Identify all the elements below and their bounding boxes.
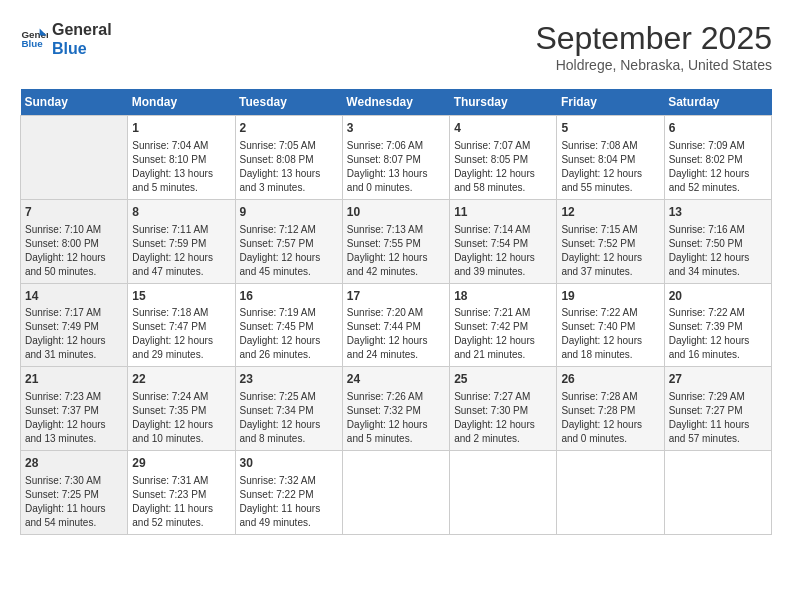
calendar-cell: 15Sunrise: 7:18 AM Sunset: 7:47 PM Dayli…	[128, 283, 235, 367]
calendar-cell: 13Sunrise: 7:16 AM Sunset: 7:50 PM Dayli…	[664, 199, 771, 283]
day-info: Sunrise: 7:31 AM Sunset: 7:23 PM Dayligh…	[132, 474, 230, 530]
weekday-header-tuesday: Tuesday	[235, 89, 342, 116]
day-number: 7	[25, 204, 123, 221]
calendar-cell	[342, 451, 449, 535]
day-number: 12	[561, 204, 659, 221]
day-number: 3	[347, 120, 445, 137]
day-info: Sunrise: 7:13 AM Sunset: 7:55 PM Dayligh…	[347, 223, 445, 279]
weekday-header-saturday: Saturday	[664, 89, 771, 116]
day-info: Sunrise: 7:16 AM Sunset: 7:50 PM Dayligh…	[669, 223, 767, 279]
day-info: Sunrise: 7:09 AM Sunset: 8:02 PM Dayligh…	[669, 139, 767, 195]
day-info: Sunrise: 7:22 AM Sunset: 7:39 PM Dayligh…	[669, 306, 767, 362]
day-number: 4	[454, 120, 552, 137]
logo-general: General	[52, 20, 112, 39]
day-number: 27	[669, 371, 767, 388]
day-number: 18	[454, 288, 552, 305]
weekday-header-thursday: Thursday	[450, 89, 557, 116]
page-header: General Blue General Blue September 2025…	[20, 20, 772, 73]
day-number: 20	[669, 288, 767, 305]
day-info: Sunrise: 7:29 AM Sunset: 7:27 PM Dayligh…	[669, 390, 767, 446]
week-row-1: 1Sunrise: 7:04 AM Sunset: 8:10 PM Daylig…	[21, 116, 772, 200]
calendar-cell: 25Sunrise: 7:27 AM Sunset: 7:30 PM Dayli…	[450, 367, 557, 451]
day-info: Sunrise: 7:05 AM Sunset: 8:08 PM Dayligh…	[240, 139, 338, 195]
calendar-cell: 22Sunrise: 7:24 AM Sunset: 7:35 PM Dayli…	[128, 367, 235, 451]
day-number: 26	[561, 371, 659, 388]
weekday-header-wednesday: Wednesday	[342, 89, 449, 116]
calendar-cell: 18Sunrise: 7:21 AM Sunset: 7:42 PM Dayli…	[450, 283, 557, 367]
calendar-cell	[450, 451, 557, 535]
calendar-cell: 11Sunrise: 7:14 AM Sunset: 7:54 PM Dayli…	[450, 199, 557, 283]
logo-blue: Blue	[52, 39, 112, 58]
day-info: Sunrise: 7:32 AM Sunset: 7:22 PM Dayligh…	[240, 474, 338, 530]
day-info: Sunrise: 7:06 AM Sunset: 8:07 PM Dayligh…	[347, 139, 445, 195]
calendar-cell: 23Sunrise: 7:25 AM Sunset: 7:34 PM Dayli…	[235, 367, 342, 451]
svg-text:Blue: Blue	[21, 39, 43, 50]
calendar-cell: 7Sunrise: 7:10 AM Sunset: 8:00 PM Daylig…	[21, 199, 128, 283]
month-title: September 2025	[535, 20, 772, 57]
calendar-cell	[21, 116, 128, 200]
week-row-4: 21Sunrise: 7:23 AM Sunset: 7:37 PM Dayli…	[21, 367, 772, 451]
day-info: Sunrise: 7:30 AM Sunset: 7:25 PM Dayligh…	[25, 474, 123, 530]
day-number: 25	[454, 371, 552, 388]
day-info: Sunrise: 7:14 AM Sunset: 7:54 PM Dayligh…	[454, 223, 552, 279]
day-number: 29	[132, 455, 230, 472]
day-info: Sunrise: 7:10 AM Sunset: 8:00 PM Dayligh…	[25, 223, 123, 279]
calendar-cell: 29Sunrise: 7:31 AM Sunset: 7:23 PM Dayli…	[128, 451, 235, 535]
day-info: Sunrise: 7:07 AM Sunset: 8:05 PM Dayligh…	[454, 139, 552, 195]
day-number: 14	[25, 288, 123, 305]
day-number: 28	[25, 455, 123, 472]
day-info: Sunrise: 7:18 AM Sunset: 7:47 PM Dayligh…	[132, 306, 230, 362]
day-info: Sunrise: 7:24 AM Sunset: 7:35 PM Dayligh…	[132, 390, 230, 446]
day-info: Sunrise: 7:08 AM Sunset: 8:04 PM Dayligh…	[561, 139, 659, 195]
day-number: 30	[240, 455, 338, 472]
day-number: 2	[240, 120, 338, 137]
day-number: 22	[132, 371, 230, 388]
calendar-cell: 1Sunrise: 7:04 AM Sunset: 8:10 PM Daylig…	[128, 116, 235, 200]
day-number: 17	[347, 288, 445, 305]
weekday-header-sunday: Sunday	[21, 89, 128, 116]
calendar-cell: 20Sunrise: 7:22 AM Sunset: 7:39 PM Dayli…	[664, 283, 771, 367]
calendar-cell: 24Sunrise: 7:26 AM Sunset: 7:32 PM Dayli…	[342, 367, 449, 451]
day-info: Sunrise: 7:11 AM Sunset: 7:59 PM Dayligh…	[132, 223, 230, 279]
day-info: Sunrise: 7:20 AM Sunset: 7:44 PM Dayligh…	[347, 306, 445, 362]
day-number: 9	[240, 204, 338, 221]
calendar-table: SundayMondayTuesdayWednesdayThursdayFrid…	[20, 89, 772, 535]
calendar-cell	[664, 451, 771, 535]
day-info: Sunrise: 7:19 AM Sunset: 7:45 PM Dayligh…	[240, 306, 338, 362]
week-row-3: 14Sunrise: 7:17 AM Sunset: 7:49 PM Dayli…	[21, 283, 772, 367]
day-number: 15	[132, 288, 230, 305]
calendar-cell: 17Sunrise: 7:20 AM Sunset: 7:44 PM Dayli…	[342, 283, 449, 367]
calendar-cell: 16Sunrise: 7:19 AM Sunset: 7:45 PM Dayli…	[235, 283, 342, 367]
calendar-cell: 8Sunrise: 7:11 AM Sunset: 7:59 PM Daylig…	[128, 199, 235, 283]
weekday-header-row: SundayMondayTuesdayWednesdayThursdayFrid…	[21, 89, 772, 116]
day-number: 21	[25, 371, 123, 388]
weekday-header-monday: Monday	[128, 89, 235, 116]
day-info: Sunrise: 7:28 AM Sunset: 7:28 PM Dayligh…	[561, 390, 659, 446]
calendar-cell	[557, 451, 664, 535]
day-info: Sunrise: 7:23 AM Sunset: 7:37 PM Dayligh…	[25, 390, 123, 446]
day-info: Sunrise: 7:22 AM Sunset: 7:40 PM Dayligh…	[561, 306, 659, 362]
day-number: 10	[347, 204, 445, 221]
day-number: 23	[240, 371, 338, 388]
calendar-cell: 2Sunrise: 7:05 AM Sunset: 8:08 PM Daylig…	[235, 116, 342, 200]
day-number: 19	[561, 288, 659, 305]
day-info: Sunrise: 7:04 AM Sunset: 8:10 PM Dayligh…	[132, 139, 230, 195]
day-number: 8	[132, 204, 230, 221]
calendar-cell: 27Sunrise: 7:29 AM Sunset: 7:27 PM Dayli…	[664, 367, 771, 451]
week-row-5: 28Sunrise: 7:30 AM Sunset: 7:25 PM Dayli…	[21, 451, 772, 535]
day-number: 11	[454, 204, 552, 221]
day-info: Sunrise: 7:12 AM Sunset: 7:57 PM Dayligh…	[240, 223, 338, 279]
day-info: Sunrise: 7:26 AM Sunset: 7:32 PM Dayligh…	[347, 390, 445, 446]
day-info: Sunrise: 7:27 AM Sunset: 7:30 PM Dayligh…	[454, 390, 552, 446]
calendar-cell: 28Sunrise: 7:30 AM Sunset: 7:25 PM Dayli…	[21, 451, 128, 535]
calendar-cell: 3Sunrise: 7:06 AM Sunset: 8:07 PM Daylig…	[342, 116, 449, 200]
calendar-cell: 9Sunrise: 7:12 AM Sunset: 7:57 PM Daylig…	[235, 199, 342, 283]
calendar-cell: 4Sunrise: 7:07 AM Sunset: 8:05 PM Daylig…	[450, 116, 557, 200]
weekday-header-friday: Friday	[557, 89, 664, 116]
logo-icon: General Blue	[20, 25, 48, 53]
day-info: Sunrise: 7:17 AM Sunset: 7:49 PM Dayligh…	[25, 306, 123, 362]
day-number: 24	[347, 371, 445, 388]
day-number: 1	[132, 120, 230, 137]
calendar-cell: 10Sunrise: 7:13 AM Sunset: 7:55 PM Dayli…	[342, 199, 449, 283]
week-row-2: 7Sunrise: 7:10 AM Sunset: 8:00 PM Daylig…	[21, 199, 772, 283]
